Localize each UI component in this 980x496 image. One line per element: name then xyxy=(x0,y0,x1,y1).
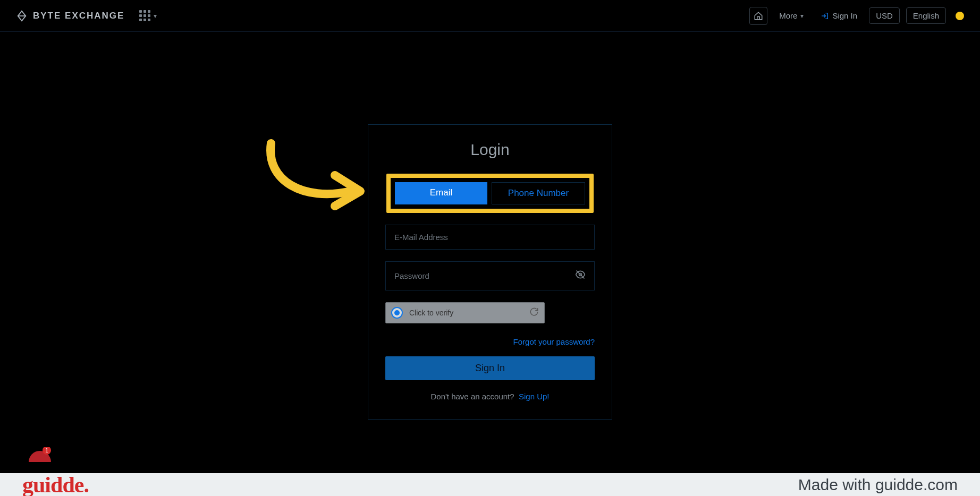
captcha-radio-icon xyxy=(391,307,403,319)
language-label: English xyxy=(913,11,939,20)
nav-left-group: BYTE EXCHANGE ▾ xyxy=(16,10,157,22)
apps-menu-button[interactable]: ▾ xyxy=(139,10,157,21)
brand-name: BYTE EXCHANGE xyxy=(33,11,124,21)
signup-link[interactable]: Sign Up! xyxy=(519,392,550,401)
signin-nav-button[interactable]: Sign In xyxy=(815,8,863,23)
signin-button[interactable]: Sign In xyxy=(385,356,595,380)
signin-button-label: Sign In xyxy=(475,363,505,373)
password-field-wrap xyxy=(385,261,595,290)
captcha-label: Click to verify xyxy=(409,309,523,317)
chevron-down-icon: ▾ xyxy=(154,12,157,20)
logo-icon xyxy=(16,10,28,22)
top-nav: BYTE EXCHANGE ▾ More ▾ xyxy=(0,0,980,32)
made-with-text: Made with guidde.com xyxy=(798,476,958,494)
signin-arrow-icon xyxy=(821,12,829,20)
currency-label: USD xyxy=(876,11,893,20)
guidde-logo: guidde. xyxy=(22,472,89,496)
footer-bar: guidde. Made with guidde.com xyxy=(0,473,980,496)
forgot-password-link[interactable]: Forgot your password? xyxy=(513,337,595,346)
language-selector[interactable]: English xyxy=(906,7,946,24)
notification-badge[interactable]: 1 xyxy=(29,447,51,462)
forgot-password-row: Forgot your password? xyxy=(385,337,595,347)
noaccount-text: Don't have an account? xyxy=(430,392,514,401)
brand-logo[interactable]: BYTE EXCHANGE xyxy=(16,10,124,22)
home-button[interactable] xyxy=(749,7,767,25)
signup-row: Don't have an account? Sign Up! xyxy=(385,392,595,401)
signin-nav-label: Sign In xyxy=(832,11,857,20)
more-label: More xyxy=(779,11,797,20)
tab-email-label: Email xyxy=(430,187,453,198)
email-input[interactable] xyxy=(394,233,586,242)
login-card: Login Email Phone Number Click to verif xyxy=(368,124,612,420)
toggle-password-visibility-icon[interactable] xyxy=(575,269,586,283)
tab-email[interactable]: Email xyxy=(395,182,487,204)
annotation-arrow xyxy=(255,133,377,220)
login-tabs-annotated: Email Phone Number xyxy=(386,174,594,213)
nav-right-group: More ▾ Sign In USD English xyxy=(749,7,964,25)
chevron-down-icon: ▾ xyxy=(800,12,804,20)
currency-selector[interactable]: USD xyxy=(869,7,900,24)
home-icon xyxy=(754,11,763,21)
badge-count: 1 xyxy=(45,448,48,454)
email-field-wrap xyxy=(385,225,595,250)
more-dropdown[interactable]: More ▾ xyxy=(774,8,809,23)
password-input[interactable] xyxy=(394,271,575,280)
login-title: Login xyxy=(384,141,596,159)
theme-toggle-icon[interactable] xyxy=(956,12,964,20)
tab-phone-label: Phone Number xyxy=(508,188,569,198)
captcha-reload-icon[interactable] xyxy=(529,307,539,319)
tab-phone[interactable]: Phone Number xyxy=(492,182,585,204)
apps-grid-icon xyxy=(139,10,150,21)
login-form: Click to verify Forgot your password? Si… xyxy=(384,225,596,401)
captcha-widget[interactable]: Click to verify xyxy=(385,302,545,323)
